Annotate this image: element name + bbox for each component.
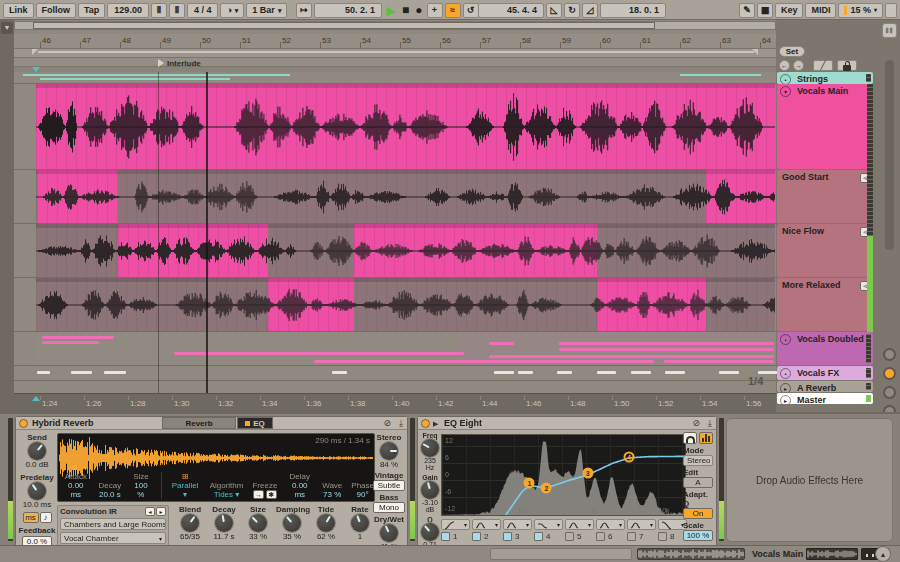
band-enable-checkbox[interactable] <box>627 532 636 541</box>
doubled-clip-bar[interactable] <box>42 336 114 339</box>
eq-band-node-3[interactable]: 3 <box>582 468 593 479</box>
play-button[interactable]: ▶ <box>384 3 398 18</box>
track-header-master[interactable]: Master▸ <box>777 393 873 404</box>
strings-clip-segment[interactable] <box>680 74 761 76</box>
wave-param[interactable]: Wave73 % <box>322 481 342 499</box>
delay-param[interactable]: Delay0.00 ms <box>286 472 313 499</box>
gain-knob[interactable] <box>421 481 439 499</box>
next-locator-button[interactable]: → <box>793 60 804 71</box>
io-toggle-button[interactable] <box>883 348 896 361</box>
algorithm-param[interactable]: AlgorithmTides ▾ <box>210 481 244 499</box>
track-header-strings[interactable]: Strings• <box>777 72 873 84</box>
vertical-scrollbar[interactable] <box>885 60 894 250</box>
cpu-meter[interactable]: 15 %▾ <box>838 3 883 18</box>
a-reverb-row[interactable] <box>14 381 776 393</box>
punch-out-button[interactable]: ◿ <box>582 3 598 18</box>
stereo-knob[interactable] <box>380 442 398 460</box>
punch-in-button[interactable]: ◺ <box>546 3 562 18</box>
edit-ab-button[interactable]: A <box>683 477 713 488</box>
expand-device-icon[interactable]: ▶ <box>433 420 438 428</box>
ir-category-dropdown[interactable]: Chambers and Large Rooms <box>60 518 166 530</box>
fold-track-icon[interactable]: • <box>780 74 791 84</box>
mode-dropdown[interactable]: Stereo <box>683 455 713 466</box>
predelay-knob[interactable] <box>28 482 46 500</box>
quantization-menu[interactable]: 1 Bar <box>246 3 287 18</box>
lock-envelopes-button[interactable] <box>837 60 857 71</box>
doubled-clip-bar[interactable] <box>624 342 774 345</box>
vocals-main-clip-row[interactable] <box>14 84 776 170</box>
track-header-vocals-main[interactable]: Vocals Main▾ <box>777 84 873 169</box>
save-preset-icon[interactable]: ⤓ <box>708 418 712 429</box>
filter-type-dropdown[interactable] <box>441 519 470 530</box>
damping-knob[interactable] <box>283 514 301 532</box>
save-preset-icon[interactable]: ⤓ <box>399 418 403 429</box>
adapt-q-button[interactable]: On <box>683 508 713 519</box>
doubled-clip-bar[interactable] <box>489 355 774 358</box>
arrangement-loop-brace[interactable] <box>38 51 754 55</box>
fx-clip-dash[interactable] <box>71 371 92 374</box>
loop-start-field[interactable]: 45. 4. 4 <box>478 3 544 18</box>
tab-reverb[interactable]: Reverb <box>162 417 236 429</box>
close-arranger-view-button[interactable]: ▼ <box>1 22 13 34</box>
eq-curve-display[interactable]: 1260-6-121001k10k1234 <box>441 434 686 516</box>
doubled-clip-bar[interactable] <box>664 360 774 363</box>
loop-start-marker[interactable] <box>32 49 38 55</box>
next-ir-button[interactable]: ▸ <box>156 507 166 516</box>
decay-knob[interactable] <box>215 514 233 532</box>
ms-mode-button[interactable]: ms <box>23 512 39 523</box>
fx-clip-dash[interactable] <box>665 371 685 374</box>
doubled-clip-bar[interactable] <box>489 342 514 345</box>
fx-clip-dash[interactable] <box>37 371 50 374</box>
play-track-icon[interactable]: ▸ <box>780 383 791 392</box>
device-drop-zone[interactable]: Drop Audio Effects Here <box>726 418 893 542</box>
strings-clip-segment[interactable] <box>23 74 290 76</box>
metronome-button[interactable]: ◑ <box>220 3 244 18</box>
doubled-clip-bar[interactable] <box>559 348 774 351</box>
fx-clip-dash[interactable] <box>332 371 347 374</box>
scrub-button[interactable]: ↦ <box>296 3 312 18</box>
hybrid-reverb-titlebar[interactable]: Hybrid Reverb Reverb EQ ⊘ ⤓ <box>16 417 407 430</box>
band-enable-checkbox[interactable] <box>534 532 543 541</box>
blend-knob[interactable] <box>181 514 199 532</box>
set-locator-button[interactable]: Set <box>779 46 805 57</box>
freq-knob[interactable] <box>421 439 439 457</box>
vintage-selector[interactable]: Subtle <box>373 480 405 491</box>
filter-type-dropdown[interactable] <box>534 519 563 530</box>
fold-track-icon[interactable]: • <box>780 368 791 379</box>
note-mode-button[interactable]: ♪ <box>40 512 52 523</box>
beat-time-ruler[interactable]: 46474849505152535455565758596061626364 <box>14 34 776 49</box>
locator-row[interactable]: Interlude <box>14 57 776 67</box>
nudge-up-button[interactable]: ⦀ <box>169 3 185 18</box>
arrangement-overview[interactable] <box>14 21 776 30</box>
clip-preview-thumbnail[interactable] <box>806 548 858 560</box>
routing-param[interactable]: ⊞Parallel ▾ <box>161 472 201 499</box>
tap-tempo-button[interactable]: Tap <box>78 3 105 18</box>
bass-mono-selector[interactable]: Mono <box>373 502 405 513</box>
clip-overview-strip[interactable] <box>637 548 745 560</box>
sends-toggle-button[interactable] <box>883 367 896 380</box>
track-header-good-start[interactable]: Good Start◃ <box>777 170 873 223</box>
time-ruler[interactable]: 1:241:261:281:301:321:341:361:381:401:42… <box>14 393 776 412</box>
hr-knob-size[interactable]: Size33 % <box>242 505 274 546</box>
unfold-track-icon[interactable]: ▾ <box>780 86 791 97</box>
eq-band-node-1[interactable]: 1 <box>524 478 535 489</box>
fx-clip-dash[interactable] <box>758 371 778 374</box>
loop-end-marker[interactable] <box>752 49 758 55</box>
time-signature-field[interactable]: 4 / 4 <box>187 3 219 18</box>
loop-length-field[interactable]: 18. 0. 1 <box>600 3 666 18</box>
hr-ir-display[interactable]: 290 ms / 1.34 s Attack0.00 ms Decay20.0 … <box>57 433 375 502</box>
q-knob[interactable] <box>421 523 439 541</box>
vocals-fx-row[interactable] <box>14 366 776 381</box>
key-map-button[interactable]: Key <box>775 3 804 18</box>
fx-clip-dash[interactable] <box>597 371 616 374</box>
track-header-vocals-doubled[interactable]: Vocals Doubled• <box>777 332 873 365</box>
fx-clip-dash[interactable] <box>494 371 514 374</box>
filter-type-dropdown[interactable] <box>596 519 625 530</box>
midi-map-button[interactable]: MIDI <box>805 3 836 18</box>
tab-eq[interactable]: EQ <box>237 417 273 429</box>
doubled-clip-bar[interactable] <box>314 360 654 363</box>
stop-button[interactable]: ■ <box>400 3 411 18</box>
strings-track-row[interactable] <box>14 72 776 84</box>
previous-locator-button[interactable]: ← <box>779 60 790 71</box>
vocals-doubled-row[interactable] <box>14 332 776 366</box>
